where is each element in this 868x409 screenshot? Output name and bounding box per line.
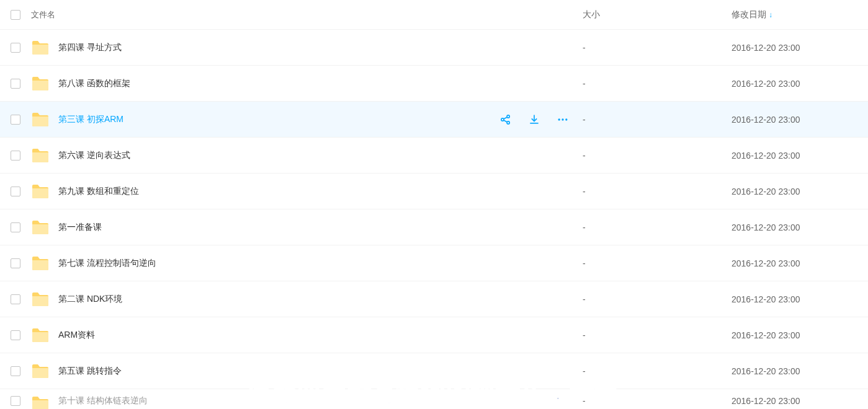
select-all-checkbox[interactable] [11, 10, 20, 20]
table-row[interactable]: 第九课 数组和重定位 - 2016-12-20 23:00 [0, 174, 868, 209]
folder-icon [31, 219, 50, 235]
file-date: 2016-12-20 23:00 [732, 115, 868, 125]
more-icon[interactable] [557, 113, 569, 126]
table-row[interactable]: ARM资料 - 2016-12-20 23:00 [0, 317, 868, 353]
folder-icon [31, 255, 50, 271]
file-size: - [583, 187, 732, 196]
svg-point-23 [565, 118, 567, 120]
row-checkbox[interactable] [11, 258, 20, 268]
file-date: 2016-12-20 23:00 [732, 258, 868, 268]
file-name[interactable]: 第八课 函数的框架 [58, 78, 130, 89]
table-row[interactable]: 第七课 流程控制语句逆向 - 2016-12-20 23:00 [0, 245, 868, 281]
file-name[interactable]: 第一准备课 [58, 222, 102, 233]
share-icon[interactable] [499, 113, 512, 126]
file-size: - [583, 258, 732, 268]
row-checkbox[interactable] [11, 294, 20, 304]
folder-icon [31, 147, 50, 164]
file-date: 2016-12-20 23:00 [732, 222, 868, 232]
row-checkbox[interactable] [11, 115, 20, 125]
svg-line-20 [504, 120, 508, 122]
table-header-row: 文件名 大小 修改日期↓ [0, 0, 868, 30]
folder-icon [31, 112, 50, 128]
folder-icon [31, 183, 50, 200]
file-size: - [583, 115, 732, 125]
row-checkbox[interactable] [11, 330, 20, 340]
row-checkbox[interactable] [11, 396, 20, 406]
sort-desc-icon[interactable]: ↓ [769, 11, 772, 19]
file-name[interactable]: 第三课 初探ARM [58, 114, 123, 125]
file-name[interactable]: 第二课 NDK环境 [58, 294, 122, 305]
file-name[interactable]: 第十课 结构体链表逆向 [58, 395, 148, 407]
table-row[interactable]: 第五课 跳转指令 - 2016-12-20 23:00 [0, 353, 868, 389]
file-date: 2016-12-20 23:00 [732, 43, 868, 53]
file-date: 2016-12-20 23:00 [732, 330, 868, 340]
file-name[interactable]: ARM资料 [58, 330, 95, 341]
row-checkbox[interactable] [11, 79, 20, 89]
file-size: - [583, 79, 732, 89]
table-row[interactable]: 第三课 初探ARM - 2016-12-20 23:00 [0, 102, 868, 138]
file-size: - [583, 151, 732, 161]
file-date: 2016-12-20 23:00 [732, 79, 868, 89]
file-table: 文件名 大小 修改日期↓ 第四课 寻址方式 - 2016-12-20 23: [0, 0, 868, 409]
svg-point-22 [562, 118, 563, 120]
file-size: - [583, 294, 732, 304]
file-name[interactable]: 第五课 跳转指令 [58, 366, 122, 377]
table-row[interactable]: 第二课 NDK环境 - 2016-12-20 23:00 [0, 281, 868, 317]
file-size: - [583, 222, 732, 232]
table-row[interactable]: 第一准备课 - 2016-12-20 23:00 [0, 209, 868, 245]
file-name[interactable]: 第四课 寻址方式 [58, 42, 122, 53]
header-size[interactable]: 大小 [583, 9, 600, 19]
folder-icon [31, 395, 50, 407]
folder-icon [31, 40, 50, 56]
file-date: 2016-12-20 23:00 [732, 294, 868, 304]
file-name[interactable]: 第六课 逆向表达式 [58, 150, 130, 161]
table-row[interactable]: 第八课 函数的框架 - 2016-12-20 23:00 [0, 66, 868, 102]
table-row[interactable]: 第十课 结构体链表逆向 - 2016-12-20 23:00 [0, 389, 868, 409]
svg-point-18 [507, 121, 509, 123]
file-size: - [583, 330, 732, 340]
folder-icon [31, 363, 50, 379]
file-size: - [583, 366, 732, 376]
file-size: - [583, 43, 732, 53]
header-date[interactable]: 修改日期 [732, 9, 766, 19]
svg-point-17 [507, 115, 509, 117]
file-date: 2016-12-20 23:00 [732, 151, 868, 161]
row-actions [499, 113, 569, 126]
row-checkbox[interactable] [11, 222, 20, 232]
file-name[interactable]: 第七课 流程控制语句逆向 [58, 258, 156, 269]
table-row[interactable]: 第六课 逆向表达式 - 2016-12-20 23:00 [0, 138, 868, 174]
header-filename[interactable]: 文件名 [31, 9, 55, 20]
folder-icon [31, 327, 50, 343]
row-checkbox[interactable] [11, 151, 20, 161]
table-row[interactable]: 第四课 寻址方式 - 2016-12-20 23:00 [0, 30, 868, 66]
folder-icon [31, 291, 50, 307]
row-checkbox[interactable] [11, 366, 20, 376]
row-checkbox[interactable] [11, 43, 20, 53]
file-date: 2016-12-20 23:00 [732, 366, 868, 376]
svg-point-16 [501, 118, 504, 120]
svg-point-21 [558, 118, 560, 120]
svg-line-19 [504, 117, 508, 119]
file-date: 2016-12-20 23:00 [732, 187, 868, 196]
file-date: 2016-12-20 23:00 [732, 396, 868, 406]
download-icon[interactable] [528, 113, 540, 126]
file-size: - [583, 396, 732, 406]
file-name[interactable]: 第九课 数组和重定位 [58, 186, 139, 197]
row-checkbox[interactable] [11, 187, 20, 196]
folder-icon [31, 76, 50, 92]
